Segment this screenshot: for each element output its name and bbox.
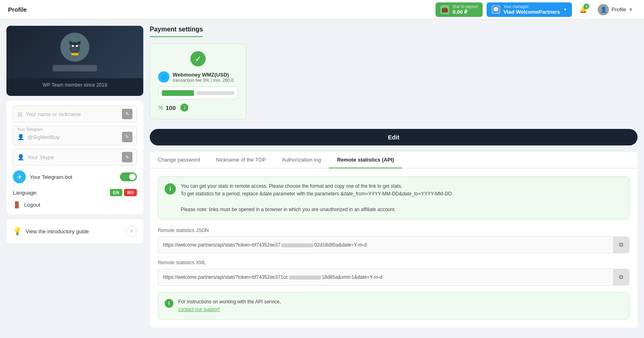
chat-icon: 💬 — [491, 5, 500, 14]
wallet-fill — [162, 90, 194, 96]
info-icon: i — [165, 183, 176, 195]
check-icon: ✓ — [190, 51, 206, 66]
xml-label: Remote statistics XML — [158, 260, 630, 265]
payment-area: ✓ 🌐 Webmoney WMZ(USD) transaction fee 0%… — [150, 44, 638, 145]
payment-method-info: Webmoney WMZ(USD) transaction fee 0% | m… — [173, 72, 233, 83]
json-label: Remote statistics JSON — [158, 228, 630, 233]
edit-telegram-button[interactable]: ✎ — [122, 132, 132, 142]
section-title: Payment settings — [150, 26, 203, 37]
edit-name-button[interactable]: ✎ — [122, 109, 132, 119]
chevron-down-icon: ▼ — [629, 7, 633, 12]
telegram-bot-toggle[interactable] — [120, 172, 137, 181]
copy-json-button[interactable]: ⧉ — [613, 237, 629, 253]
payment-wallet-input[interactable] — [158, 87, 238, 100]
profile-menu[interactable]: 👤 Profile ▼ — [594, 2, 636, 17]
language-label: Language: — [13, 190, 110, 196]
telegram-bot-label: Your Telegram-bot — [30, 174, 116, 180]
header-right: 💼 Due to payout 0.00 ₽ 💬 Your manager: V… — [436, 2, 636, 17]
main-layout: WP Team member since 2019 ▤ Your name or… — [0, 19, 644, 338]
logout-row[interactable]: 🚪 Logout — [13, 200, 137, 209]
telegram-bot-row: ✈ Your Telegram-bot — [13, 169, 137, 185]
guide-label: View the introductory guide — [26, 228, 122, 234]
api-info-line3: Please note: links must be opened in a b… — [181, 207, 396, 212]
notification-badge: 6 — [584, 4, 589, 9]
main-content: Payment settings ✓ 🌐 Webmoney WMZ(USD) t… — [150, 26, 638, 332]
profile-banner — [6, 26, 143, 78]
edit-skype-button[interactable]: ✎ — [122, 152, 132, 162]
info-icon-bottom: i — [165, 299, 173, 308]
profile-since: WP Team member since 2019 — [6, 78, 143, 88]
guide-card[interactable]: 💡 View the introductory guide ↗ — [6, 219, 143, 243]
skype-placeholder: Your Skype — [27, 154, 119, 160]
wallet-rest — [196, 91, 234, 95]
payment-card: ✓ 🌐 Webmoney WMZ(USD) transaction fee 0%… — [150, 44, 246, 119]
person-icon: 👤 — [17, 134, 24, 140]
api-info-line1: You can get your stats in remote access.… — [181, 183, 402, 189]
manager-name: Vlad WelcomePartners — [504, 9, 560, 15]
info-icon: i — [180, 104, 188, 112]
name-field: ▤ Your name or nickname ✎ — [13, 106, 137, 122]
tab-remote-stats[interactable]: Remote statistics (API) — [329, 152, 402, 168]
telegram-label: Your Telegram — [17, 127, 43, 132]
api-content: i You can get your stats in remote acces… — [150, 168, 638, 328]
language-row: Language: EN RU — [13, 188, 137, 197]
tab-nickname-top[interactable]: Nickname of the TOP — [208, 152, 274, 168]
masked-token-xml — [289, 276, 321, 280]
sidebar: WP Team member since 2019 ▤ Your name or… — [6, 26, 143, 332]
manager-label: Your manager: — [504, 4, 560, 9]
page-title: Profile — [8, 6, 27, 13]
lang-en-button[interactable]: EN — [110, 189, 122, 196]
json-url-row: https://welcome.partners/api/stats?token… — [158, 236, 630, 253]
xml-url-text: https://welcome.partners/api/stats?token… — [158, 270, 613, 284]
tab-change-password[interactable]: Change password — [150, 152, 208, 168]
support-link[interactable]: contact our support — [178, 307, 220, 312]
notifications-bell[interactable]: 🔔 6 — [576, 2, 590, 17]
skype-field: 👤 Your Skype ✎ — [13, 149, 137, 166]
telegram-icon: ✈ — [13, 170, 26, 183]
api-info-line2: To get statistics for a period, replace … — [181, 191, 452, 197]
payment-method-fee: transaction fee 0% | min. 280.0 — [173, 78, 233, 83]
profile-label: Profile — [611, 6, 626, 12]
profile-fields-card: ▤ Your name or nickname ✎ 👤 @SigMedBuy ✎… — [6, 101, 143, 214]
lang-ru-button[interactable]: RU — [124, 189, 137, 196]
lightbulb-icon: 💡 — [13, 227, 22, 236]
svg-point-5 — [76, 45, 78, 47]
copy-xml-button[interactable]: ⧉ — [613, 269, 629, 285]
profile-name-bar — [53, 65, 97, 71]
percent-value: 100 — [165, 104, 175, 111]
avatar: 👤 — [598, 4, 609, 15]
tab-auth-log[interactable]: Authorization log — [274, 152, 329, 168]
telegram-value: @SigMedBuy — [27, 134, 119, 140]
payout-widget[interactable]: 💼 Due to payout 0.00 ₽ — [436, 2, 482, 17]
api-bottom-text: For instructions on working with the API… — [178, 298, 281, 313]
chevron-down-icon: ▼ — [563, 7, 567, 12]
guide-link-button[interactable]: ↗ — [126, 226, 137, 237]
manager-info: Your manager: Vlad WelcomePartners — [504, 4, 560, 15]
batman-icon — [64, 36, 86, 58]
globe-icon: 🌐 — [158, 71, 169, 83]
wallet-icon: 💼 — [440, 5, 449, 14]
telegram-field-wrap: 👤 @SigMedBuy ✎ Your Telegram — [13, 126, 137, 145]
payout-amount: 0.00 ₽ — [452, 9, 477, 15]
profile-card: WP Team member since 2019 — [6, 26, 143, 96]
api-info-box: i You can get your stats in remote acces… — [158, 176, 630, 220]
payout-info: Due to payout 0.00 ₽ — [452, 4, 477, 15]
edit-payment-button[interactable]: Edit — [150, 129, 638, 145]
masked-token — [281, 243, 314, 247]
tabs-row: Change password Nickname of the TOP Auth… — [150, 152, 638, 168]
json-url-text: https://welcome.partners/api/stats?token… — [158, 238, 613, 252]
logout-icon: 🚪 — [13, 201, 21, 209]
logout-label: Logout — [24, 202, 40, 208]
header: Profile 💼 Due to payout 0.00 ₽ 💬 Your ma… — [0, 0, 644, 19]
person-icon: 👤 — [17, 154, 24, 160]
payout-label: Due to payout — [452, 4, 477, 9]
manager-widget[interactable]: 💬 Your manager: Vlad WelcomePartners ▼ — [487, 2, 572, 17]
svg-point-4 — [72, 45, 74, 47]
payment-method-name: Webmoney WMZ(USD) — [173, 72, 233, 78]
percent-icon: % — [158, 104, 163, 111]
avatar-wrap — [53, 33, 97, 71]
xml-url-row: https://welcome.partners/api/stats?token… — [158, 269, 630, 286]
tabs-container: Change password Nickname of the TOP Auth… — [150, 152, 638, 328]
payment-method-row: 🌐 Webmoney WMZ(USD) transaction fee 0% |… — [158, 71, 238, 83]
payment-section: Payment settings — [150, 26, 638, 37]
